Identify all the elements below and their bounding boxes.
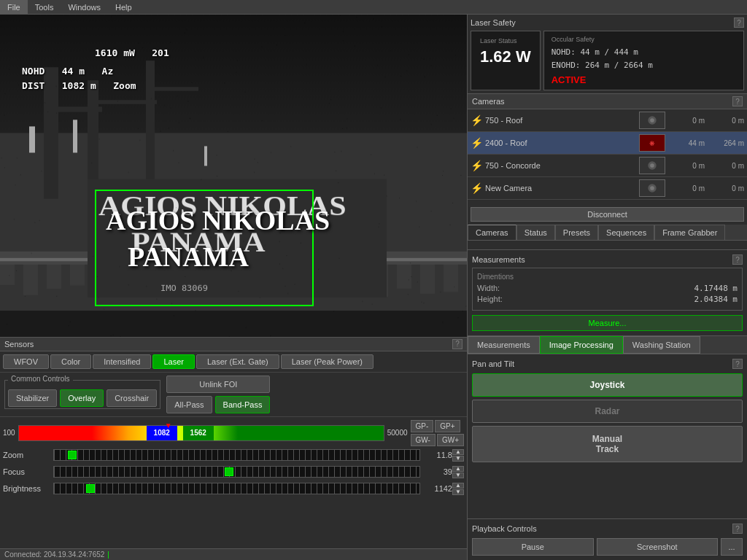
tab-presets[interactable]: Presets: [555, 225, 598, 240]
sliders-main: 100 ▼ 1082 1562 50000 GP- GP+: [0, 417, 467, 548]
zoom-value: 11.8: [423, 451, 452, 459]
focus-track[interactable]: [53, 466, 420, 478]
pan-tilt-header: Pan and Tilt ?: [472, 359, 743, 369]
brightness-arrows: ▲ ▼: [452, 483, 464, 495]
all-pass-btn[interactable]: All-Pass: [166, 396, 212, 413]
gp-plus-btn[interactable]: GP+: [435, 420, 460, 432]
sensors-help[interactable]: ?: [452, 339, 462, 349]
focus-down-arrow[interactable]: ▼: [452, 472, 464, 478]
zoom-up-arrow[interactable]: ▲: [452, 449, 464, 455]
laser-status-box: Laser Status 1.62 W: [471, 31, 541, 90]
bottom-tab-image-processing[interactable]: Image Processing: [540, 336, 623, 354]
status-indicator: |: [107, 551, 109, 559]
stabilizer-btn[interactable]: Stabilizer: [8, 389, 57, 407]
more-button[interactable]: ...: [721, 538, 743, 556]
gw-minus-btn[interactable]: GW-: [411, 434, 436, 446]
brightness-track[interactable]: [53, 483, 420, 494]
focus-slider-row: Focus 39 ▲ ▼: [3, 466, 464, 478]
right-panel: Laser Safety ? Laser Status 1.62 W Occul…: [467, 15, 747, 560]
camera-row-750concorde[interactable]: ⚡ 750 - Concorde 0 m 0 m: [468, 155, 747, 177]
power-bar[interactable]: ▼ 1082 1562: [18, 425, 384, 441]
zoom-track[interactable]: [53, 449, 420, 461]
manual-track-button[interactable]: ManualTrack: [472, 426, 743, 462]
zoom-thumb[interactable]: [68, 451, 77, 459]
camera-row-750roof[interactable]: ⚡ 750 - Roof 0 m 0 m: [468, 109, 747, 132]
cameras-title: Cameras: [472, 97, 505, 106]
laser-safety-help[interactable]: ?: [734, 18, 744, 28]
cameras-list: ⚡ 750 - Roof 0 m 0 m ⚡ 2400 - Roof ❋ 44 …: [468, 109, 747, 204]
pause-button[interactable]: Pause: [472, 538, 594, 556]
unlink-foi-btn[interactable]: Unlink FOI: [166, 376, 270, 393]
mode-intensified[interactable]: Intensified: [93, 354, 151, 369]
measurements-help[interactable]: ?: [732, 254, 743, 265]
dimensions-group: Dimentions Width: 4.17448 m Height: 2.04…: [472, 268, 743, 311]
power-bar-container: 100 ▼ 1082 1562 50000 GP- GP+: [3, 420, 464, 446]
menu-tools[interactable]: Tools: [28, 0, 61, 14]
camera-dist-3: 0 m: [668, 162, 705, 170]
disconnect-button[interactable]: Disconnect: [471, 207, 744, 222]
measure-button[interactable]: Measure...: [472, 315, 743, 331]
brightness-label: Brightness: [3, 484, 50, 493]
menu-help[interactable]: Help: [108, 0, 139, 14]
camera-row-new[interactable]: ⚡ New Camera 0 m 0 m: [468, 177, 747, 200]
mode-color[interactable]: Color: [50, 354, 91, 369]
gw-plus-btn[interactable]: GW+: [437, 434, 464, 446]
focus-thumb[interactable]: [225, 467, 233, 476]
mode-wfov[interactable]: WFOV: [3, 354, 49, 369]
crosshair-btn[interactable]: Crosshair: [107, 389, 157, 407]
camera-bolt-3: ⚡: [471, 160, 482, 171]
gp-minus-btn[interactable]: GP-: [411, 420, 434, 432]
playback-title: Playback Controls: [472, 524, 537, 533]
connection-status: Connected: 204.19.34.24:7652: [4, 551, 104, 559]
focus-up-arrow[interactable]: ▲: [452, 466, 464, 472]
camera-thumb-2: ❋: [639, 134, 665, 152]
measurements-title: Measurements: [472, 255, 525, 264]
camera-bolt-1: ⚡: [471, 114, 482, 126]
svg-point-7: [650, 163, 654, 168]
width-label: Width:: [477, 284, 500, 293]
zoom-arrows: ▲ ▼: [452, 449, 464, 462]
zoom-down-arrow[interactable]: ▼: [452, 456, 464, 462]
playback-header: Playback Controls ?: [472, 524, 743, 534]
zoom-slider-row: Zoom 11.8 ▲ ▼: [3, 449, 464, 462]
menu-windows[interactable]: Windows: [61, 0, 108, 14]
width-value: 4.17448 m: [694, 284, 738, 293]
menu-file[interactable]: File: [0, 0, 28, 14]
brightness-up-arrow[interactable]: ▲: [452, 483, 464, 489]
screenshot-button[interactable]: Screenshot: [597, 538, 719, 556]
brightness-down-arrow[interactable]: ▼: [452, 489, 464, 495]
band-pass-btn[interactable]: Band-Pass: [215, 396, 271, 413]
bottom-tab-measurements[interactable]: Measurements: [468, 336, 540, 354]
laser-safety-content: Laser Status 1.62 W Occular Safety NOHD:…: [471, 31, 744, 90]
measurements-section: Measurements ? Dimentions Width: 4.17448…: [468, 250, 747, 336]
tab-status[interactable]: Status: [516, 225, 555, 240]
svg-point-2: [650, 118, 654, 122]
sensor-sliders-area: 100 ▼ 1082 1562 50000 GP- GP+: [0, 417, 467, 548]
joystick-button[interactable]: Joystick: [472, 373, 743, 397]
tab-sequences[interactable]: Sequences: [598, 225, 654, 240]
overlay-btn[interactable]: Overlay: [60, 389, 104, 407]
camera-thumb-4: [639, 179, 665, 197]
tab-cameras[interactable]: Cameras: [468, 225, 516, 240]
common-controls: Common Controls Stabilizer Overlay Cross…: [0, 373, 467, 417]
camera-name-4: New Camera: [485, 184, 636, 192]
overlay-power: 1610 mW 201: [95, 47, 169, 58]
radar-button[interactable]: Radar: [472, 400, 743, 423]
dimensions-label: Dimentions: [477, 273, 738, 281]
ship-name-line2: PANAMA: [128, 241, 249, 273]
brightness-thumb[interactable]: [86, 484, 95, 493]
pan-tilt-help[interactable]: ?: [732, 359, 743, 369]
bottom-tab-washing-station[interactable]: Washing Station: [623, 336, 700, 354]
cameras-help[interactable]: ?: [732, 96, 743, 106]
tab-frame-grabber[interactable]: Frame Grabber: [654, 225, 725, 240]
main-layout: 1610 mW 201 NOHD 44 m Az DIST 1082 m Zoo…: [0, 15, 747, 560]
pan-tilt-title: Pan and Tilt: [472, 359, 514, 368]
svg-point-10: [650, 186, 654, 190]
camera-dist2-1: 0 m: [708, 117, 744, 125]
camera-row-2400roof[interactable]: ⚡ 2400 - Roof ❋ 44 m 264 m: [468, 132, 747, 155]
common-controls-label: Common Controls: [8, 375, 73, 383]
playback-help[interactable]: ?: [732, 524, 743, 534]
mode-laser[interactable]: Laser: [152, 354, 195, 369]
mode-laser-ext[interactable]: Laser (Ext. Gate): [196, 354, 279, 369]
mode-laser-peak[interactable]: Laser (Peak Power): [281, 354, 374, 369]
